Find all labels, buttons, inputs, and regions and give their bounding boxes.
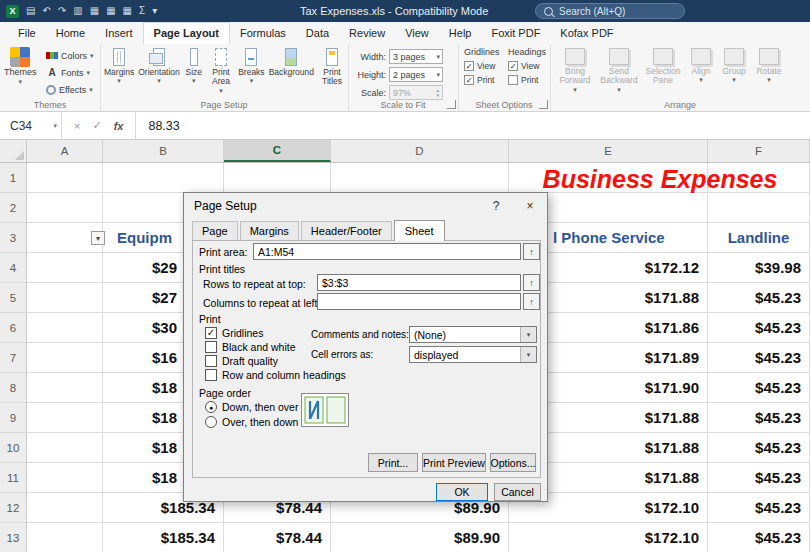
column-header-b[interactable]: B <box>103 140 224 162</box>
group-button[interactable]: Group ▾ <box>718 46 750 83</box>
orientation-button[interactable]: Orientation ▾ <box>136 46 182 84</box>
insert-columns-icon[interactable]: ▦ <box>123 6 132 16</box>
gridlines-checkbox[interactable]: ✓ Gridlines <box>205 327 263 339</box>
row-header[interactable]: 13 <box>0 523 27 552</box>
column-header-d[interactable]: D <box>331 140 509 162</box>
cancel-icon[interactable]: × <box>74 120 80 132</box>
column-header-a[interactable]: A <box>27 140 103 162</box>
cell[interactable] <box>27 253 103 283</box>
cell[interactable] <box>27 493 103 523</box>
sum-icon[interactable]: Σ <box>139 6 145 16</box>
tab-home[interactable]: Home <box>46 22 95 44</box>
row-header[interactable]: 11 <box>0 463 27 493</box>
row-header[interactable]: 3 <box>0 223 27 253</box>
row-header[interactable]: 8 <box>0 373 27 403</box>
column-header-f[interactable]: F <box>708 140 810 162</box>
tab-formulas[interactable]: Formulas <box>230 22 296 44</box>
insert-rows-icon[interactable]: ▦ <box>106 6 115 16</box>
send-backward-button[interactable]: Send Backward ▾ <box>598 46 640 93</box>
draft-quality-checkbox[interactable]: Draft quality <box>205 355 278 367</box>
cell[interactable] <box>27 523 103 552</box>
qat-more-icon[interactable]: ▾ <box>152 6 157 16</box>
print-preview-button[interactable]: Print Preview <box>422 453 486 472</box>
cell[interactable]: $45.23 <box>708 493 810 523</box>
undo-icon[interactable]: ↶ <box>42 6 50 16</box>
enter-icon[interactable]: ✓ <box>92 119 101 132</box>
print-titles-button[interactable]: Print Titles <box>316 46 348 87</box>
formula-input[interactable]: 88.33 <box>136 119 179 133</box>
tab-file[interactable]: File <box>8 22 46 44</box>
save-icon[interactable]: ▤ <box>26 6 35 16</box>
background-button[interactable]: Background <box>267 46 316 77</box>
cell[interactable]: $45.23 <box>708 313 810 343</box>
row-header[interactable]: 12 <box>0 493 27 523</box>
cell[interactable]: $89.90 <box>331 523 509 552</box>
cell[interactable] <box>708 193 810 223</box>
row-header[interactable]: 4 <box>0 253 27 283</box>
cell[interactable] <box>27 343 103 373</box>
cell[interactable]: $45.23 <box>708 463 810 493</box>
cancel-button[interactable]: Cancel <box>494 483 541 501</box>
cell[interactable] <box>27 313 103 343</box>
row-header[interactable]: 10 <box>0 433 27 463</box>
themes-button[interactable]: Themes ▾ <box>4 47 37 85</box>
collapse-dialog-icon[interactable]: ↑ <box>523 274 540 291</box>
tab-view[interactable]: View <box>395 22 439 44</box>
tab-data[interactable]: Data <box>296 22 339 44</box>
row-header[interactable]: 1 <box>0 163 27 193</box>
cell-errors-dropdown[interactable]: displayed ▾ <box>409 346 537 363</box>
cell[interactable]: $45.23 <box>708 343 810 373</box>
cell[interactable] <box>27 373 103 403</box>
black-and-white-checkbox[interactable]: Black and white <box>205 341 296 353</box>
name-box[interactable]: C34 ▾ <box>0 112 62 139</box>
search-box[interactable]: Search (Alt+Q) <box>535 3 685 19</box>
cols-repeat-field[interactable] <box>317 293 521 310</box>
dialog-tab-sheet[interactable]: Sheet <box>394 220 445 241</box>
cell[interactable] <box>27 283 103 313</box>
column-header-c[interactable]: C <box>224 140 331 162</box>
cell[interactable]: $45.23 <box>708 283 810 313</box>
cell[interactable]: Landline <box>708 223 810 253</box>
bring-forward-button[interactable]: Bring Forward ▾ <box>554 46 596 93</box>
cell[interactable] <box>27 403 103 433</box>
cell[interactable]: $78.44 <box>224 523 331 552</box>
collapse-dialog-icon[interactable]: ↑ <box>523 243 540 260</box>
cell[interactable]: $45.23 <box>708 523 810 552</box>
align-button[interactable]: Align ▾ <box>686 46 716 83</box>
row-header[interactable]: 2 <box>0 193 27 223</box>
cell[interactable] <box>331 163 509 193</box>
row-header[interactable]: 7 <box>0 343 27 373</box>
rows-repeat-field[interactable]: $3:$3 <box>317 274 521 291</box>
ok-button[interactable]: OK <box>436 483 488 501</box>
over-then-down-radio[interactable]: Over, then down <box>205 416 298 428</box>
cell[interactable] <box>224 163 331 193</box>
cell[interactable]: $45.23 <box>708 373 810 403</box>
options-button[interactable]: Options... <box>490 453 536 472</box>
gridlines-view-checkbox[interactable]: ✓ View <box>464 59 500 73</box>
paste-icon[interactable]: ▥ <box>73 6 82 16</box>
row-header[interactable]: 5 <box>0 283 27 313</box>
cell[interactable] <box>27 463 103 493</box>
row-header[interactable]: 6 <box>0 313 27 343</box>
dialog-tab-page[interactable]: Page <box>192 221 238 240</box>
gridlines-print-checkbox[interactable]: ✓ Print <box>464 73 500 87</box>
select-all-button[interactable] <box>0 140 27 162</box>
cell[interactable]: $185.34 <box>103 523 224 552</box>
collapse-dialog-icon[interactable]: ↑ <box>523 293 540 310</box>
print-area-field[interactable]: A1:M54 <box>253 243 521 260</box>
cell[interactable]: $39.98 <box>708 253 810 283</box>
comments-dropdown[interactable]: (None) ▾ <box>409 326 537 343</box>
cell[interactable] <box>27 163 103 193</box>
theme-colors-button[interactable]: Colors ▾ <box>46 47 94 64</box>
theme-fonts-button[interactable]: A Fonts ▾ <box>46 64 94 81</box>
tab-insert[interactable]: Insert <box>95 22 143 44</box>
tab-kofax-pdf[interactable]: Kofax PDF <box>550 22 623 44</box>
cell[interactable]: $172.10 <box>509 523 708 552</box>
filter-dropdown-icon[interactable]: ▾ <box>91 231 105 245</box>
tab-page-layout[interactable]: Page Layout <box>143 22 230 44</box>
insert-cells-icon[interactable]: ▦ <box>90 6 99 16</box>
dialog-tab-margins[interactable]: Margins <box>240 221 299 240</box>
cell[interactable]: $45.23 <box>708 403 810 433</box>
tab-review[interactable]: Review <box>339 22 395 44</box>
headings-view-checkbox[interactable]: ✓ View <box>508 59 546 73</box>
